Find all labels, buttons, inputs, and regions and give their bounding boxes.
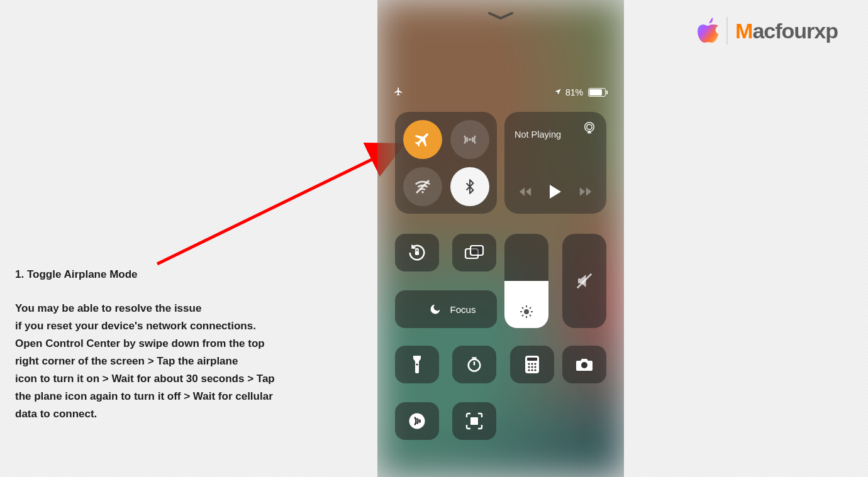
svg-point-1 xyxy=(469,138,471,141)
sun-icon xyxy=(519,304,534,319)
svg-point-27 xyxy=(534,363,536,365)
svg-point-30 xyxy=(534,366,536,368)
svg-line-17 xyxy=(530,307,531,309)
flashlight-button[interactable] xyxy=(395,346,439,383)
svg-point-31 xyxy=(528,369,530,371)
svg-rect-40 xyxy=(475,422,477,424)
svg-rect-38 xyxy=(475,419,477,421)
svg-point-9 xyxy=(524,309,529,314)
svg-line-14 xyxy=(522,307,523,309)
svg-rect-24 xyxy=(527,358,537,361)
focus-label: Focus xyxy=(450,304,476,315)
collapse-chevron-icon[interactable] xyxy=(487,11,515,20)
prev-track-button[interactable] xyxy=(519,187,531,199)
svg-line-15 xyxy=(530,315,531,316)
logo-text: Macfourxp xyxy=(735,19,838,43)
qr-scan-button[interactable] xyxy=(452,402,496,440)
instruction-heading: 1. Toggle Airplane Mode xyxy=(15,266,275,283)
play-button[interactable] xyxy=(549,185,562,201)
wifi-toggle[interactable] xyxy=(403,167,442,206)
bluetooth-toggle[interactable] xyxy=(450,167,489,206)
svg-point-29 xyxy=(531,366,533,368)
svg-point-33 xyxy=(534,369,536,371)
svg-rect-6 xyxy=(415,251,419,255)
battery-icon xyxy=(587,88,608,97)
media-card[interactable]: Not Playing xyxy=(504,112,606,214)
logo-separator xyxy=(726,17,728,45)
svg-point-32 xyxy=(531,369,533,371)
orientation-lock-toggle[interactable] xyxy=(395,234,439,271)
svg-point-4 xyxy=(585,123,594,132)
page-root: Macfourxp 1. Toggle Airplane Mode You ma… xyxy=(0,0,868,477)
svg-point-35 xyxy=(409,414,425,429)
apple-logo-icon xyxy=(693,16,719,45)
svg-point-2 xyxy=(421,191,424,194)
screen-mirroring-button[interactable] xyxy=(452,234,496,271)
svg-rect-39 xyxy=(472,422,474,424)
svg-point-5 xyxy=(587,124,592,129)
location-icon xyxy=(554,87,562,97)
svg-point-28 xyxy=(528,366,530,368)
connectivity-card[interactable] xyxy=(395,112,497,214)
svg-line-0 xyxy=(157,145,403,264)
moon-icon xyxy=(429,303,442,315)
battery-percent: 81% xyxy=(565,87,583,97)
svg-point-34 xyxy=(581,362,587,368)
next-track-button[interactable] xyxy=(579,187,592,199)
mute-icon xyxy=(575,271,594,290)
svg-point-25 xyxy=(528,363,530,365)
airplay-icon[interactable] xyxy=(582,121,596,137)
svg-line-16 xyxy=(522,315,523,316)
svg-point-19 xyxy=(416,363,418,365)
timer-button[interactable] xyxy=(452,346,496,383)
airplane-mode-toggle[interactable] xyxy=(403,120,442,159)
cellular-data-toggle[interactable] xyxy=(450,120,489,159)
volume-slider[interactable] xyxy=(562,234,606,328)
instruction-block: 1. Toggle Airplane Mode You may be able … xyxy=(15,266,275,423)
airplane-status-icon xyxy=(394,87,403,98)
focus-button[interactable]: Focus xyxy=(395,290,497,328)
camera-button[interactable] xyxy=(562,346,606,383)
status-bar: 81% xyxy=(377,87,624,98)
ios-control-center: 81% xyxy=(377,0,624,477)
calculator-button[interactable] xyxy=(510,346,554,383)
brightness-slider[interactable] xyxy=(504,234,548,328)
svg-point-26 xyxy=(531,363,533,365)
svg-rect-8 xyxy=(470,246,483,255)
svg-rect-37 xyxy=(472,419,474,421)
instruction-body: You may be able to resolve the issueif y… xyxy=(15,300,275,423)
media-controls xyxy=(504,185,606,201)
site-logo: Macfourxp xyxy=(693,16,838,45)
nfc-button[interactable] xyxy=(395,402,439,440)
